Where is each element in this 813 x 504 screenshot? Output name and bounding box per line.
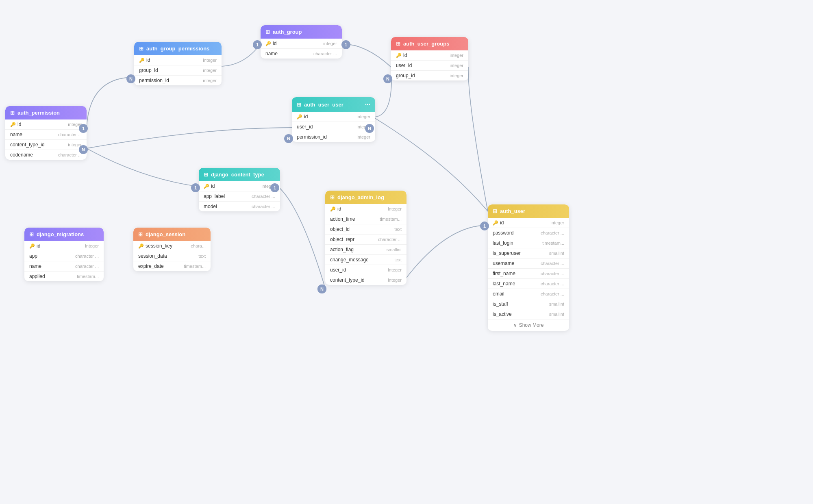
table-title: django_admin_log — [337, 194, 402, 200]
table-body: 🔑id integer name character ... — [261, 39, 342, 59]
col-type: character ... — [378, 237, 402, 242]
table-row: 🔑id integer — [292, 112, 375, 122]
table-auth-group: ⊞ auth_group 🔑id integer name character … — [261, 25, 342, 59]
table-row: action_flag smallint — [325, 245, 406, 255]
table-row: app character ... — [24, 251, 104, 261]
table-header: ⊞ django_session — [133, 228, 211, 241]
col-name: name — [265, 51, 302, 56]
col-type: character ... — [541, 281, 564, 286]
col-name: 🔑id — [330, 206, 367, 212]
table-header: ⊞ django_content_type — [199, 168, 280, 181]
table-row: app_label character ... — [199, 191, 280, 202]
col-name: expire_date — [138, 263, 175, 269]
col-type: character ... — [541, 271, 564, 276]
table-body: 🔑id integer app character ... name chara… — [24, 241, 104, 281]
col-name: username — [493, 261, 529, 266]
col-name: group_id — [396, 73, 433, 78]
col-name: codename — [10, 152, 47, 158]
col-name: action_flag — [330, 247, 367, 252]
col-type: character ... — [58, 132, 82, 137]
col-name: object_repr — [330, 237, 367, 242]
col-name: name — [29, 263, 66, 269]
col-type: text — [394, 227, 402, 232]
table-row: object_repr character ... — [325, 235, 406, 245]
table-icon: ⊞ — [265, 29, 270, 35]
connector-dot: N — [317, 285, 326, 293]
col-type: integer — [323, 41, 337, 46]
col-name: is_superuser — [493, 250, 529, 256]
key-icon: 🔑 — [10, 122, 16, 127]
col-type: character ... — [75, 264, 99, 269]
col-name: last_name — [493, 281, 529, 287]
key-icon: 🔑 — [204, 184, 209, 189]
table-row: last_name character ... — [488, 279, 569, 289]
table-body: 🔑id integer action_time timestam... obje… — [325, 204, 406, 285]
col-name: 🔑id — [139, 57, 176, 63]
col-type: timestam... — [184, 264, 206, 269]
table-header: ⊞ auth_user_user_ ··· — [292, 97, 375, 112]
col-type: timestam... — [380, 217, 402, 222]
col-type: character ... — [541, 230, 564, 235]
table-title: auth_user — [500, 208, 564, 214]
key-icon: 🔑 — [297, 114, 302, 119]
col-type: character ... — [252, 204, 275, 209]
col-type: integer — [450, 73, 463, 78]
col-name: first_name — [493, 271, 529, 276]
col-type: integer — [203, 68, 217, 73]
col-type: character ... — [541, 261, 564, 266]
col-name: group_id — [139, 67, 176, 73]
col-name: app — [29, 253, 66, 259]
table-row: 🔑id integer — [488, 218, 569, 228]
table-auth-user-groups: ⊞ auth_user_groups 🔑id integer user_id i… — [391, 37, 468, 80]
table-icon: ⊞ — [29, 231, 34, 237]
show-more-button[interactable]: ∨ Show More — [488, 319, 569, 331]
col-type: integer — [388, 278, 402, 282]
table-row: 🔑id integer — [24, 241, 104, 251]
table-row: user_id integer — [391, 61, 468, 71]
table-row: 🔑id integer — [325, 204, 406, 214]
col-type: timestam... — [542, 241, 564, 245]
col-type: integer — [203, 78, 217, 83]
table-icon: ⊞ — [396, 41, 400, 47]
key-icon: 🔑 — [396, 53, 402, 58]
table-icon: ⊞ — [204, 172, 208, 178]
table-row: is_active smallint — [488, 309, 569, 319]
table-django-admin-log: ⊞ django_admin_log 🔑id integer action_ti… — [325, 191, 406, 285]
col-type: integer — [203, 58, 217, 63]
table-auth-group-permissions: ⊞ auth_group_permissions 🔑id integer gro… — [134, 42, 222, 85]
key-icon: 🔑 — [493, 220, 498, 226]
col-name: 🔑id — [493, 220, 529, 226]
table-body: 🔑id integer user_id integer group_id int… — [391, 50, 468, 80]
col-type: smallint — [549, 302, 564, 306]
table-row: name character ... — [5, 130, 87, 140]
col-name: applied — [29, 274, 66, 279]
table-row: user_id integer — [292, 122, 375, 132]
show-more-label: Show More — [519, 322, 544, 328]
col-type: integer — [550, 220, 564, 225]
col-type: integer — [450, 53, 463, 58]
col-type: character ... — [313, 51, 337, 56]
table-row: expire_date timestam... — [133, 261, 211, 271]
col-name: is_staff — [493, 301, 529, 307]
col-name: app_label — [204, 193, 240, 199]
diagram-canvas: 1 1 N N N 1 N 1 1 N 1 N ⊞ auth_group 🔑id… — [0, 0, 813, 504]
table-icon: ⊞ — [297, 102, 301, 108]
table-row: username character ... — [488, 259, 569, 269]
col-name: permission_id — [297, 134, 333, 140]
chevron-down-icon: ∨ — [513, 322, 517, 328]
table-icon: ⊞ — [139, 46, 143, 52]
col-type: integer — [68, 122, 82, 127]
table-header: ⊞ auth_user — [488, 204, 569, 218]
table-title: auth_user_groups — [403, 41, 463, 47]
table-more-button[interactable]: ··· — [365, 101, 370, 108]
col-name: password — [493, 230, 529, 236]
table-row: 🔑id integer — [391, 50, 468, 61]
col-type: smallint — [549, 251, 564, 256]
table-row: session_data text — [133, 251, 211, 261]
col-type: smallint — [387, 247, 402, 252]
col-type: integer — [357, 135, 370, 139]
table-title: auth_permission — [17, 110, 82, 116]
col-name: object_id — [330, 226, 367, 232]
col-type: text — [394, 257, 402, 262]
table-row: email character ... — [488, 289, 569, 299]
